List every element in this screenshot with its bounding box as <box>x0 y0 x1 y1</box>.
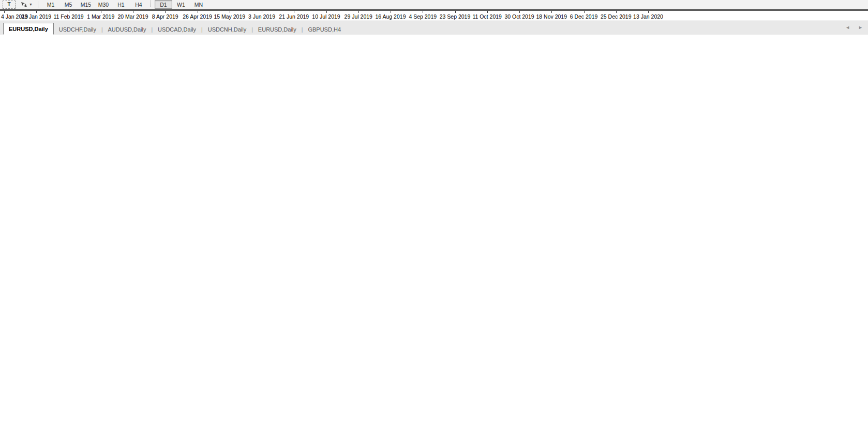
date-tick-mark <box>133 11 133 13</box>
date-tick-label[interactable]: 26 Apr 2019 <box>183 13 212 20</box>
date-tick-label[interactable]: 23 Jan 2019 <box>21 13 51 20</box>
date-tick-label[interactable]: 8 Apr 2019 <box>152 13 178 20</box>
date-tick-mark <box>262 11 262 13</box>
date-tick-label[interactable]: 21 Jun 2019 <box>279 13 309 20</box>
date-tick-mark <box>198 11 198 13</box>
date-tick-label[interactable]: 18 Nov 2019 <box>536 13 567 20</box>
chart-tabs: EURUSD,DailyUSDCHF,Daily|AUDUSD,Daily|US… <box>3 23 346 35</box>
date-tick-label[interactable]: 1 Mar 2019 <box>87 13 114 20</box>
date-tick-mark <box>519 11 520 13</box>
date-tick-label[interactable]: 30 Oct 2019 <box>504 13 534 20</box>
toolbar-separator <box>38 1 39 8</box>
date-tick-label[interactable]: 16 Aug 2019 <box>376 13 406 20</box>
tab-scroll-right-icon[interactable]: ► <box>858 25 863 30</box>
chart-tab-1[interactable]: USDCHF,Daily <box>54 24 101 35</box>
date-tick-label[interactable]: 4 Sep 2019 <box>409 13 437 20</box>
date-tick-label[interactable]: 11 Feb 2019 <box>53 13 83 20</box>
timeframe-button-d1[interactable]: D1 <box>155 0 172 9</box>
text-tool-icon: T <box>7 2 10 7</box>
date-tick-label[interactable]: 11 Oct 2019 <box>473 13 502 20</box>
timeframe-button-m30[interactable]: M30 <box>95 0 112 9</box>
chart-tab-5[interactable]: EURUSD,Daily <box>253 24 302 35</box>
chevron-down-icon: ▼ <box>29 3 33 6</box>
chart-tab-2[interactable]: AUDUSD,Daily <box>103 24 152 35</box>
timeframe-button-h4[interactable]: H4 <box>130 0 147 9</box>
chart-tab-bar: EURUSD,DailyUSDCHF,Daily|AUDUSD,Daily|US… <box>0 21 868 35</box>
text-tool-button[interactable]: T <box>3 1 16 9</box>
timeframe-button-m1[interactable]: M1 <box>42 0 59 9</box>
date-tick-mark <box>391 11 391 13</box>
arrows-tool-button[interactable]: ▼ <box>19 1 34 8</box>
date-tick-mark <box>487 11 488 13</box>
date-axis[interactable]: 4 Jan 201923 Jan 201911 Feb 20191 Mar 20… <box>0 11 868 21</box>
toolbar-separator <box>151 0 152 7</box>
timeframe-buttons: M1M5M15M30H1H4D1W1MN <box>42 0 207 9</box>
date-tick-label[interactable]: 20 Mar 2019 <box>118 13 148 20</box>
date-tick-mark <box>551 11 552 13</box>
date-tick-label[interactable]: 3 Jun 2019 <box>248 13 275 20</box>
date-tick-mark <box>294 11 294 13</box>
timeframe-button-mn[interactable]: MN <box>190 0 207 9</box>
date-tick-mark <box>616 11 617 13</box>
date-tick-mark <box>230 11 230 13</box>
date-tick-label[interactable]: 25 Dec 2019 <box>601 13 632 20</box>
date-tick-label[interactable]: 13 Jan 2020 <box>633 13 663 20</box>
date-tick-label[interactable]: 10 Jul 2019 <box>312 13 340 20</box>
date-tick-mark <box>584 11 585 13</box>
date-tick-label[interactable]: 15 May 2019 <box>214 13 245 20</box>
chart-tab-0[interactable]: EURUSD,Daily <box>3 23 54 35</box>
date-tick-mark <box>648 11 649 13</box>
chart-tab-6[interactable]: GBPUSD,H4 <box>303 24 346 35</box>
date-tick-mark <box>165 11 166 13</box>
date-tick-mark <box>36 11 37 13</box>
date-tick-mark <box>358 11 359 13</box>
timeframe-button-w1[interactable]: W1 <box>172 0 190 9</box>
date-tick-mark <box>455 11 456 13</box>
timeframe-button-h1[interactable]: H1 <box>112 0 130 9</box>
arrows-tool-icon <box>21 2 27 8</box>
date-tick-label[interactable]: 6 Dec 2019 <box>570 13 598 20</box>
toolbar: T ▼ M1M5M15M30H1H4D1W1MN <box>0 0 868 9</box>
date-tick-mark <box>4 11 5 13</box>
date-tick-mark <box>326 11 327 13</box>
date-tick-label[interactable]: 23 Sep 2019 <box>440 13 471 20</box>
chart-tab-4[interactable]: USDCNH,Daily <box>203 24 252 35</box>
chart-tab-3[interactable]: USDCAD,Daily <box>153 24 201 35</box>
timeframe-button-m15[interactable]: M15 <box>77 0 95 9</box>
timeframe-button-m5[interactable]: M5 <box>59 0 77 9</box>
date-tick-mark <box>423 11 423 13</box>
tab-scroll-left-icon[interactable]: ◄ <box>845 25 850 30</box>
date-tick-mark <box>69 11 69 13</box>
tab-scroll-arrows: ◄ ► <box>845 25 863 30</box>
date-tick-label[interactable]: 29 Jul 2019 <box>345 13 372 20</box>
date-tick-mark <box>101 11 101 13</box>
